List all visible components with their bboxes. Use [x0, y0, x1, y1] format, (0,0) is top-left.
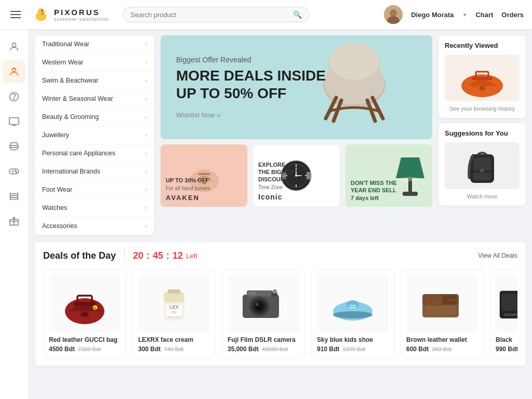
- category-jewellery[interactable]: Juwellery ›: [35, 126, 154, 144]
- search-input[interactable]: [130, 11, 289, 19]
- search-icon: 🔍: [293, 10, 302, 19]
- timer-colon-2: :: [166, 250, 169, 261]
- product-image-face-cream: LEX RX face cream: [138, 275, 210, 332]
- svg-point-57: [81, 312, 89, 317]
- product-price-black-item: 990 Bdt: [496, 345, 517, 353]
- svg-rect-88: [502, 294, 517, 311]
- sidebar-icons: [0, 29, 29, 399]
- deals-timer: 20 : 45 : 12 Left: [133, 250, 197, 261]
- deals-header: Deals of the Day 20 : 45 : 12 Left View …: [43, 249, 517, 262]
- category-swim-beachwear[interactable]: Swim & Beachwear ›: [35, 72, 154, 90]
- category-western-wear[interactable]: Western Wear ›: [35, 54, 154, 72]
- svg-text:LEX: LEX: [169, 304, 179, 310]
- category-beauty[interactable]: Beauty & Grooming ›: [35, 108, 154, 126]
- svg-rect-51: [473, 172, 491, 180]
- logo-icon: [31, 5, 51, 24]
- header-right: Diego Morata ▼ Chart Orders: [384, 5, 524, 24]
- product-name-black-item: Black: [496, 336, 517, 343]
- deals-divider: [124, 249, 125, 262]
- recently-viewed-image: [445, 55, 520, 101]
- orders-link[interactable]: Orders: [501, 11, 524, 19]
- chevron-right-icon: ›: [145, 205, 147, 211]
- category-watches[interactable]: Watches ›: [35, 199, 154, 217]
- product-wallet[interactable]: Brown leather wallet 600 Bdt 980 Bdt: [401, 269, 484, 358]
- hamburger-menu[interactable]: [8, 9, 23, 20]
- user-name: Diego Morata: [411, 11, 454, 19]
- chart-link[interactable]: Chart: [475, 11, 493, 19]
- timer-minutes: 45: [153, 250, 163, 261]
- product-image-gucci-bag: G: [49, 275, 121, 332]
- sidebar-item-electronics[interactable]: [3, 110, 25, 133]
- hero-text: Biggest Offer Revealed MORE DEALS INSIDE…: [176, 56, 326, 119]
- category-traditional-wear[interactable]: Traditional Wear ›: [35, 35, 154, 54]
- sidebar-item-gifts[interactable]: [3, 210, 25, 233]
- hero-section: Biggest Offer Revealed MORE DEALS INSIDE…: [161, 35, 432, 235]
- suggestions-title: Suggesions for You: [445, 129, 520, 137]
- product-price-camera: 35,000 Bdt 43990 Bdt: [228, 345, 299, 353]
- browse-history-link[interactable]: See your browsing history: [445, 105, 520, 112]
- category-personal-care[interactable]: Personal care Appliances ›: [35, 144, 154, 163]
- svg-text:RX: RX: [171, 311, 177, 314]
- view-all-deals[interactable]: View All Deals: [478, 252, 517, 259]
- sub-banner-2-brand: Iconic: [258, 193, 297, 201]
- chevron-right-icon: ›: [145, 132, 147, 138]
- svg-text:face cream: face cream: [168, 315, 181, 318]
- product-image-black-item: [496, 275, 517, 332]
- product-face-cream[interactable]: LEX RX face cream LEXRX face cream 300 B…: [132, 269, 216, 358]
- product-image-wallet: [406, 275, 478, 332]
- category-accessories[interactable]: Accessories ›: [35, 217, 154, 235]
- chevron-right-icon: ›: [145, 150, 147, 156]
- sub-banners: UP TO 30% OFF For all hand purses AVAKEN: [161, 144, 432, 207]
- wishlist-button[interactable]: Wishlist Now »: [176, 111, 220, 119]
- search-bar[interactable]: 🔍: [123, 7, 310, 22]
- product-price-face-cream: 300 Bdt 740 Bdt: [138, 345, 210, 353]
- svg-point-16: [16, 171, 17, 172]
- svg-rect-13: [9, 118, 19, 125]
- svg-point-12: [14, 99, 14, 99]
- product-gucci-bag[interactable]: G Red leather GUCCI bag 4500 Bdt 7300 Bd…: [43, 269, 126, 358]
- product-price-wallet: 600 Bdt 980 Bdt: [406, 345, 478, 353]
- svg-point-7: [390, 9, 397, 17]
- svg-point-73: [256, 303, 259, 306]
- sidebar-item-fashion[interactable]: [3, 60, 25, 83]
- category-footwear[interactable]: Foot Wear ›: [35, 181, 154, 199]
- product-kids-shoe[interactable]: Sky blue kids shoe 910 Bdt 1390 Bdt: [311, 269, 394, 358]
- svg-point-21: [329, 43, 379, 80]
- category-menu: Traditional Wear › Western Wear › Swim &…: [35, 35, 154, 235]
- hero-banner: Biggest Offer Revealed MORE DEALS INSIDE…: [161, 35, 432, 139]
- watch-more-link[interactable]: Watch more: [445, 193, 520, 200]
- sub-banner-purse[interactable]: UP TO 30% OFF For all hand purses AVAKEN: [161, 144, 247, 207]
- deals-section: Deals of the Day 20 : 45 : 12 Left View …: [35, 242, 526, 366]
- sub-banner-lamp[interactable]: DON'T MISS THE YEAR END SELL 7 days left: [345, 144, 432, 207]
- content-grid: Traditional Wear › Western Wear › Swim &…: [35, 35, 526, 235]
- avatar: [384, 5, 403, 24]
- sidebar-item-books[interactable]: [3, 185, 25, 208]
- svg-rect-76: [249, 291, 256, 295]
- sub-banner-watch[interactable]: EXPLORE THE BIGGEST DISCOUNT Time Zone I…: [252, 144, 340, 207]
- svg-point-81: [333, 311, 373, 318]
- category-international-brands[interactable]: International Brands ›: [35, 163, 154, 181]
- product-camera[interactable]: Fuji Flim DSLR camera 35,000 Bdt 43990 B…: [222, 269, 305, 358]
- sidebar-item-furniture[interactable]: [3, 135, 25, 158]
- timer-seconds: 12: [172, 250, 183, 261]
- sidebar-item-gaming[interactable]: [3, 160, 25, 183]
- deals-title: Deals of the Day: [43, 250, 116, 261]
- sidebar-item-user[interactable]: [3, 35, 25, 58]
- product-black-item[interactable]: Black 990 Bdt: [490, 269, 517, 358]
- svg-rect-50: [473, 157, 491, 170]
- svg-rect-14: [9, 169, 19, 174]
- sidebar-item-support[interactable]: [3, 85, 25, 108]
- sub-banner-2-text: EXPLORE THE BIGGEST DISCOUNT Time Zone: [258, 161, 297, 191]
- category-winter-wear[interactable]: Winter & Seasonal Wear ›: [35, 90, 154, 108]
- product-image-kids-shoe: [317, 275, 389, 332]
- chevron-right-icon: ›: [145, 77, 147, 84]
- product-price-gucci-bag: 4500 Bdt 7300 Bdt: [49, 345, 121, 353]
- product-name-kids-shoe: Sky blue kids shoe: [317, 336, 389, 343]
- chevron-right-icon: ›: [145, 168, 147, 175]
- svg-point-4: [41, 10, 43, 11]
- suggestion-image: [445, 142, 520, 189]
- logo: PIXORUS customer satisfaction: [31, 5, 114, 24]
- user-dropdown-arrow[interactable]: ▼: [462, 12, 468, 18]
- svg-marker-41: [396, 157, 424, 178]
- logo-name: PIXORUS: [54, 8, 109, 17]
